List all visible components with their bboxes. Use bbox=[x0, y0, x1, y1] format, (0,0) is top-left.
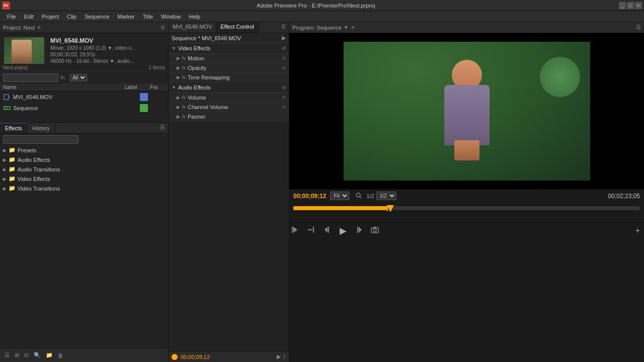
project-search-row: In: All bbox=[0, 72, 168, 83]
monitor-add-track-icon[interactable]: + bbox=[635, 226, 640, 235]
menu-project[interactable]: Project bbox=[38, 13, 63, 21]
project-panel-menu-icon[interactable]: ☰ bbox=[160, 25, 165, 30]
effects-panel-menu-icon[interactable]: ☰ bbox=[157, 123, 168, 133]
effects-cat-audio-effects[interactable]: ▶ 📁 Audio Effects bbox=[0, 155, 168, 164]
menu-sequence[interactable]: Sequence bbox=[80, 13, 114, 21]
panner-fx-icon: fx bbox=[182, 114, 186, 119]
menu-window[interactable]: Window bbox=[157, 13, 185, 21]
project-info-line2: 00;00;30;03, 29,97p bbox=[50, 52, 166, 57]
project-info: MVI_6548.MOV Movie, 1920 x 1080 (1,0) ▼,… bbox=[48, 33, 168, 64]
effect-controls-content: Sequence * MVI_6548.MOV ▶ ▼ Video Effect… bbox=[169, 33, 289, 351]
opacity-fx-icon: fx bbox=[182, 65, 186, 70]
channel-volume-group[interactable]: ▶ fx Channel Volume ↺ bbox=[169, 103, 289, 112]
scrubber-container[interactable] bbox=[293, 206, 640, 216]
monitor-step-back-btn[interactable] bbox=[321, 225, 334, 236]
menu-title[interactable]: Title bbox=[139, 13, 157, 21]
monitor-scrubber[interactable] bbox=[289, 202, 644, 222]
close-button[interactable]: × bbox=[635, 2, 642, 9]
effects-cat-audio-transitions[interactable]: ▶ 📁 Audio Transitions bbox=[0, 164, 168, 174]
tab-effects[interactable]: Effects bbox=[0, 123, 27, 133]
effect-controls-menu-icon[interactable]: ☰ bbox=[278, 22, 289, 33]
time-remap-arrow-icon: ▶ bbox=[177, 75, 180, 80]
project-search-input[interactable] bbox=[3, 73, 58, 82]
monitor-fit-select[interactable]: Fit bbox=[330, 192, 349, 200]
channel-vol-reset-icon[interactable]: ↺ bbox=[282, 105, 286, 110]
maximize-button[interactable]: □ bbox=[627, 2, 634, 9]
svg-marker-12 bbox=[325, 227, 328, 233]
effects-panel: Effects History ☰ ▶ 📁 Presets ▶ 📁 Audio … bbox=[0, 123, 168, 362]
opacity-reset-icon[interactable]: ↺ bbox=[282, 65, 286, 70]
program-close-icon[interactable]: ✕ bbox=[351, 25, 355, 30]
motion-reset-icon[interactable]: ↺ bbox=[282, 56, 286, 61]
opacity-group[interactable]: ▶ fx Opacity ↺ bbox=[169, 63, 289, 73]
effects-toolbar-btn1[interactable]: ☰ bbox=[3, 351, 11, 359]
svg-marker-8 bbox=[293, 227, 297, 233]
monitor-step-forward-btn[interactable] bbox=[353, 225, 365, 236]
project-item-sequence[interactable]: Sequence bbox=[0, 103, 168, 114]
effects-cat-video-transitions[interactable]: ▶ 📁 Video Transitions bbox=[0, 184, 168, 193]
audio-transitions-label: Audio Transitions bbox=[18, 166, 60, 172]
effects-toolbar-btn2[interactable]: ⊞ bbox=[13, 351, 21, 359]
menu-edit[interactable]: Edit bbox=[20, 13, 38, 21]
effect-tabs-row: MVI_6548.MOV Effect Control ☰ bbox=[169, 22, 289, 33]
svg-marker-1 bbox=[9, 96, 10, 98]
effects-search-input[interactable] bbox=[3, 135, 78, 144]
svg-rect-18 bbox=[373, 227, 376, 228]
project-close-icon[interactable]: ✕ bbox=[37, 25, 41, 30]
menu-marker[interactable]: Marker bbox=[113, 13, 138, 21]
effects-cat-video-effects[interactable]: ▶ 📁 Video Effects bbox=[0, 174, 168, 184]
program-menu-icon[interactable]: ☰ bbox=[636, 24, 641, 31]
tab-effect-control[interactable]: Effect Control bbox=[216, 22, 258, 33]
effect-export-icon[interactable]: ⤴ bbox=[283, 354, 286, 360]
volume-reset-icon[interactable]: ↺ bbox=[282, 95, 286, 100]
monitor-mark-in-btn[interactable] bbox=[289, 225, 301, 236]
effects-toolbar-btn5[interactable]: 📁 bbox=[44, 351, 54, 359]
effect-controls-panel: MVI_6548.MOV Effect Control ☰ Sequence *… bbox=[169, 22, 289, 362]
project-name-row: Next.prproj 2 Items bbox=[0, 64, 168, 72]
channel-volume-name: Channel Volume bbox=[188, 104, 282, 110]
project-item-video[interactable]: MVI_6548.MOV bbox=[0, 92, 168, 103]
in-select[interactable]: All bbox=[70, 74, 87, 81]
effects-cat-presets[interactable]: ▶ 📁 Presets bbox=[0, 145, 168, 155]
top-nav: File Edit Project Clip Sequence Marker T… bbox=[0, 11, 644, 22]
video-effects-section-arrow: ▼ bbox=[172, 46, 176, 51]
clip-label-row: Sequence * MVI_6548.MOV ▶ bbox=[169, 33, 289, 43]
channel-vol-arrow-icon: ▶ bbox=[177, 105, 180, 110]
audio-effects-arrow-icon: ▶ bbox=[3, 157, 7, 162]
monitor-play-btn[interactable]: ▶ bbox=[338, 224, 349, 237]
video-effects-reset-icon[interactable]: ↺ bbox=[282, 46, 286, 51]
video-effects-section: ▼ Video Effects ↺ bbox=[169, 43, 289, 54]
clip-label-expand-icon[interactable]: ▶ bbox=[282, 35, 286, 41]
time-remap-fx-icon: fx bbox=[182, 75, 186, 80]
motion-name: Motion bbox=[188, 55, 282, 61]
monitor-camera-btn[interactable] bbox=[369, 225, 381, 236]
effect-play-icon[interactable]: ▶ bbox=[277, 353, 281, 360]
panner-group[interactable]: ▶ fx Panner bbox=[169, 112, 289, 122]
effects-toolbar-btn4[interactable]: 🔍 bbox=[32, 351, 42, 359]
effects-toolbar-btn6[interactable]: 🗑 bbox=[56, 351, 65, 359]
window-controls: _ □ × bbox=[619, 2, 642, 9]
program-dropdown-icon[interactable]: ▼ bbox=[344, 25, 349, 30]
tab-history[interactable]: History bbox=[27, 123, 55, 133]
volume-group[interactable]: ▶ fx Volume ↺ bbox=[169, 93, 289, 103]
scrubber-track[interactable] bbox=[293, 206, 640, 210]
volume-fx-icon: fx bbox=[182, 95, 186, 100]
monitor-mark-out-btn[interactable] bbox=[305, 225, 317, 236]
minimize-button[interactable]: _ bbox=[619, 2, 626, 9]
time-remapping-group[interactable]: ▶ fx Time Remapping bbox=[169, 73, 289, 82]
main-area: Project: Next ✕ ☰ MVI_6548.MOV Movie, 19… bbox=[0, 22, 644, 362]
project-panel: Project: Next ✕ ☰ MVI_6548.MOV Movie, 19… bbox=[0, 22, 168, 123]
menu-file[interactable]: File bbox=[3, 13, 20, 21]
project-name: Next.prproj bbox=[3, 65, 28, 70]
clip-sequence-label: Sequence * MVI_6548.MOV bbox=[172, 35, 282, 41]
panner-arrow-icon: ▶ bbox=[177, 114, 180, 119]
monitor-fraction-select[interactable]: 1/2 bbox=[376, 192, 396, 200]
motion-group[interactable]: ▶ fx Motion ↺ bbox=[169, 54, 289, 63]
audio-effects-reset-icon[interactable]: ↺ bbox=[282, 85, 286, 90]
menu-help[interactable]: Help bbox=[185, 13, 204, 21]
project-panel-header: Project: Next ✕ ☰ bbox=[0, 22, 168, 33]
tab-clip-name[interactable]: MVI_6548.MOV bbox=[169, 22, 216, 33]
effects-toolbar-btn3[interactable]: ⊟ bbox=[23, 351, 30, 359]
menu-clip[interactable]: Clip bbox=[63, 13, 80, 21]
item-label-video bbox=[140, 93, 148, 101]
